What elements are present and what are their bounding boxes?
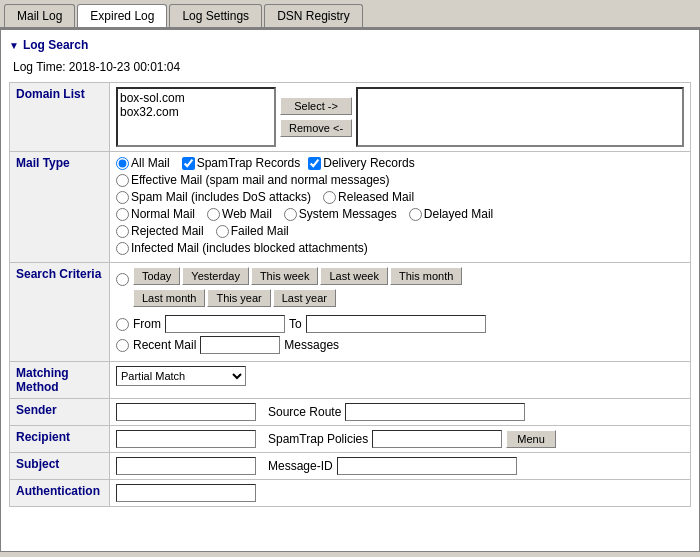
sender-row: Sender Source Route bbox=[10, 399, 691, 426]
today-btn[interactable]: Today bbox=[133, 267, 180, 285]
subject-cell: Message-ID bbox=[110, 453, 691, 480]
date-buttons-col: Today Yesterday This week Last week This… bbox=[133, 267, 462, 311]
spam-radio[interactable] bbox=[116, 191, 129, 204]
to-label: To bbox=[289, 317, 302, 331]
infected-option[interactable]: Infected Mail (includes blocked attachme… bbox=[116, 241, 368, 255]
domain-list-cell: box-sol.com box32.com Select -> Remove <… bbox=[110, 83, 691, 152]
search-criteria-cell: Today Yesterday This week Last week This… bbox=[110, 263, 691, 362]
normal-option[interactable]: Normal Mail bbox=[116, 207, 195, 221]
rejected-option[interactable]: Rejected Mail bbox=[116, 224, 204, 238]
authentication-cell bbox=[110, 480, 691, 507]
subject-input[interactable] bbox=[116, 457, 256, 475]
select-button[interactable]: Select -> bbox=[280, 97, 352, 115]
main-content: ▼ Log Search Log Time: 2018-10-23 00:01:… bbox=[0, 29, 700, 552]
yesterday-btn[interactable]: Yesterday bbox=[182, 267, 249, 285]
menu-button[interactable]: Menu bbox=[506, 430, 556, 448]
effective-option[interactable]: Effective Mail (spam mail and normal mes… bbox=[116, 173, 390, 187]
domain-list-label: Domain List bbox=[10, 83, 110, 152]
effective-radio[interactable] bbox=[116, 174, 129, 187]
messages-label: Messages bbox=[284, 338, 339, 352]
recent-mail-label: Recent Mail bbox=[133, 338, 196, 352]
recipient-cell: SpamTrap Policies Menu bbox=[110, 426, 691, 453]
sender-input[interactable] bbox=[116, 403, 256, 421]
spamtrap-policies-input[interactable] bbox=[372, 430, 502, 448]
domain-list-left-box[interactable]: box-sol.com box32.com bbox=[116, 87, 276, 147]
mail-type-row2: Effective Mail (spam mail and normal mes… bbox=[116, 173, 684, 187]
delayed-radio[interactable] bbox=[409, 208, 422, 221]
log-time-label: Log Time: bbox=[13, 60, 66, 74]
matching-method-cell: Partial Match Exact Match bbox=[110, 362, 691, 399]
from-row: From To bbox=[116, 315, 684, 333]
rejected-radio[interactable] bbox=[116, 225, 129, 238]
spam-option[interactable]: Spam Mail (includes DoS attacks) bbox=[116, 190, 311, 204]
recent-radio[interactable] bbox=[116, 339, 129, 352]
all-mail-radio[interactable] bbox=[116, 157, 129, 170]
recipient-input[interactable] bbox=[116, 430, 256, 448]
mail-type-row4: Normal Mail Web Mail System Messages Del… bbox=[116, 207, 684, 221]
system-option[interactable]: System Messages bbox=[284, 207, 397, 221]
last-week-btn[interactable]: Last week bbox=[320, 267, 388, 285]
spam-label: Spam Mail (includes DoS attacks) bbox=[131, 190, 311, 204]
domain-item[interactable]: box-sol.com bbox=[120, 91, 272, 105]
this-week-btn[interactable]: This week bbox=[251, 267, 319, 285]
matching-method-row: Matching Method Partial Match Exact Matc… bbox=[10, 362, 691, 399]
web-option[interactable]: Web Mail bbox=[207, 207, 272, 221]
system-radio[interactable] bbox=[284, 208, 297, 221]
all-mail-option[interactable]: All Mail bbox=[116, 156, 170, 170]
spamtrap-policies-label: SpamTrap Policies bbox=[268, 432, 368, 446]
domain-area: box-sol.com box32.com Select -> Remove <… bbox=[116, 87, 684, 147]
from-radio[interactable] bbox=[116, 318, 129, 331]
section-header: ▼ Log Search bbox=[9, 38, 691, 52]
normal-radio[interactable] bbox=[116, 208, 129, 221]
date-radio[interactable] bbox=[116, 273, 129, 286]
recipient-row: Recipient SpamTrap Policies Menu bbox=[10, 426, 691, 453]
infected-radio[interactable] bbox=[116, 242, 129, 255]
released-option[interactable]: Released Mail bbox=[323, 190, 414, 204]
remove-button[interactable]: Remove <- bbox=[280, 119, 352, 137]
to-input[interactable] bbox=[306, 315, 486, 333]
authentication-row: Authentication bbox=[10, 480, 691, 507]
rejected-label: Rejected Mail bbox=[131, 224, 204, 238]
delivery-option[interactable]: Delivery Records bbox=[308, 156, 414, 170]
radio-col bbox=[116, 273, 129, 289]
sender-cell: Source Route bbox=[110, 399, 691, 426]
web-radio[interactable] bbox=[207, 208, 220, 221]
from-input[interactable] bbox=[165, 315, 285, 333]
from-label: From bbox=[133, 317, 161, 331]
infected-label: Infected Mail (includes blocked attachme… bbox=[131, 241, 368, 255]
domain-item[interactable]: box32.com bbox=[120, 105, 272, 119]
failed-radio[interactable] bbox=[216, 225, 229, 238]
authentication-label: Authentication bbox=[10, 480, 110, 507]
source-route-label: Source Route bbox=[268, 405, 341, 419]
released-radio[interactable] bbox=[323, 191, 336, 204]
tab-mail-log[interactable]: Mail Log bbox=[4, 4, 75, 27]
expand-icon[interactable]: ▼ bbox=[9, 40, 19, 51]
last-year-btn[interactable]: Last year bbox=[273, 289, 336, 307]
last-month-btn[interactable]: Last month bbox=[133, 289, 205, 307]
mail-type-row5: Rejected Mail Failed Mail bbox=[116, 224, 684, 238]
source-route-input[interactable] bbox=[345, 403, 525, 421]
search-criteria-row: Search Criteria Today Yesterday This wee… bbox=[10, 263, 691, 362]
delayed-option[interactable]: Delayed Mail bbox=[409, 207, 493, 221]
tab-expired-log[interactable]: Expired Log bbox=[77, 4, 167, 27]
sender-source-row: Source Route bbox=[116, 403, 684, 421]
authentication-input[interactable] bbox=[116, 484, 256, 502]
this-month-btn[interactable]: This month bbox=[390, 267, 462, 285]
search-criteria-label: Search Criteria bbox=[10, 263, 110, 362]
tab-log-settings[interactable]: Log Settings bbox=[169, 4, 262, 27]
message-id-input[interactable] bbox=[337, 457, 517, 475]
matching-method-select[interactable]: Partial Match Exact Match bbox=[116, 366, 246, 386]
recent-input[interactable] bbox=[200, 336, 280, 354]
date-btn-row1: Today Yesterday This week Last week This… bbox=[133, 267, 462, 285]
recent-row: Recent Mail Messages bbox=[116, 336, 684, 354]
spamtrap-checkbox[interactable] bbox=[182, 157, 195, 170]
mail-type-cell: All Mail SpamTrap Records Delivery Recor… bbox=[110, 152, 691, 263]
delivery-checkbox[interactable] bbox=[308, 157, 321, 170]
spamtrap-option[interactable]: SpamTrap Records bbox=[182, 156, 301, 170]
mail-type-row1: All Mail SpamTrap Records Delivery Recor… bbox=[116, 156, 684, 170]
tab-dsn-registry[interactable]: DSN Registry bbox=[264, 4, 363, 27]
spamtrap-label: SpamTrap Records bbox=[197, 156, 301, 170]
domain-list-right-box[interactable] bbox=[356, 87, 684, 147]
failed-option[interactable]: Failed Mail bbox=[216, 224, 289, 238]
this-year-btn[interactable]: This year bbox=[207, 289, 270, 307]
